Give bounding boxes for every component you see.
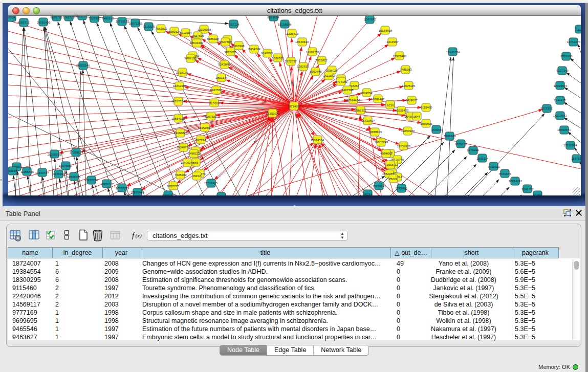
svg-text:867834: 867834 [195, 139, 206, 142]
svg-text:20691406: 20691406 [37, 21, 51, 24]
svg-text:13353594: 13353594 [198, 126, 212, 129]
svg-text:15720407: 15720407 [361, 119, 375, 122]
svg-text:7632621: 7632621 [488, 165, 500, 168]
svg-text:8960124: 8960124 [168, 30, 181, 33]
svg-text:f: f [132, 231, 135, 239]
svg-text:1733426: 1733426 [395, 187, 407, 190]
svg-text:39154: 39154 [9, 169, 17, 172]
svg-text:16782759: 16782759 [116, 187, 129, 190]
svg-text:5322037: 5322037 [285, 60, 297, 63]
svg-text:20364456: 20364456 [346, 99, 360, 102]
svg-text:17359924: 17359924 [70, 151, 83, 154]
svg-text:25221: 25221 [389, 178, 398, 181]
svg-text:8504: 8504 [8, 16, 15, 19]
svg-text:13226058: 13226058 [198, 28, 211, 31]
svg-text:8427552: 8427552 [210, 89, 222, 92]
svg-text:9084067: 9084067 [380, 152, 393, 155]
svg-text:3624554: 3624554 [360, 92, 373, 95]
svg-text:16543392: 16543392 [190, 41, 204, 45]
svg-text:8912954: 8912954 [180, 31, 192, 34]
svg-text:10653267: 10653267 [75, 16, 89, 18]
svg-text:1588520: 1588520 [272, 57, 284, 60]
svg-text:19654923: 19654923 [401, 129, 415, 133]
svg-text:1527602: 1527602 [89, 17, 101, 20]
svg-text:12213383: 12213383 [173, 84, 187, 87]
svg-text:12505135: 12505135 [67, 176, 81, 179]
svg-text:10807487: 10807487 [371, 98, 385, 101]
svg-text:10973493: 10973493 [393, 55, 407, 58]
svg-text:8990448: 8990448 [310, 70, 322, 73]
svg-text:17957225: 17957225 [84, 179, 98, 182]
svg-text:29053346: 29053346 [76, 64, 90, 67]
svg-text:8454749: 8454749 [248, 48, 260, 51]
svg-text:9146821: 9146821 [261, 52, 273, 55]
svg-text:19756928: 19756928 [397, 145, 411, 148]
svg-text:15751074: 15751074 [567, 40, 581, 43]
svg-text:10688609: 10688609 [368, 130, 382, 134]
svg-text:1498221: 1498221 [188, 152, 200, 155]
svg-text:2718176: 2718176 [176, 71, 188, 74]
svg-text:1112: 1112 [576, 28, 581, 31]
svg-text:9896132: 9896132 [184, 57, 197, 60]
svg-text:7357224: 7357224 [227, 23, 239, 26]
svg-text:1063529: 1063529 [62, 16, 75, 19]
svg-text:19218506: 19218506 [278, 23, 292, 26]
svg-text:18724007: 18724007 [288, 105, 301, 108]
svg-text:16107554: 16107554 [171, 100, 185, 103]
svg-text:7955812: 7955812 [315, 59, 328, 62]
svg-text:5938923: 5938923 [444, 135, 456, 138]
svg-text:7986372: 7986372 [354, 109, 366, 112]
svg-text:2935114: 2935114 [477, 157, 489, 160]
svg-text:9115460: 9115460 [421, 106, 433, 109]
svg-text:7515526: 7515526 [143, 25, 155, 28]
svg-text:11156829: 11156829 [20, 170, 34, 173]
svg-text:9544: 9544 [413, 115, 420, 118]
svg-text:6879197: 6879197 [455, 143, 467, 146]
svg-text:16210643: 16210643 [553, 114, 567, 117]
svg-text:7625402: 7625402 [175, 173, 187, 177]
svg-text:16648784: 16648784 [446, 51, 460, 54]
svg-text:4055712: 4055712 [17, 21, 30, 24]
svg-text:10154838: 10154838 [379, 29, 393, 32]
svg-text:9463627: 9463627 [405, 99, 418, 102]
svg-text:1213967: 1213967 [386, 40, 399, 43]
svg-text:9474444: 9474444 [467, 149, 479, 152]
svg-text:9527508: 9527508 [220, 40, 232, 43]
svg-text:6216: 6216 [387, 104, 394, 107]
svg-text:9777169: 9777169 [335, 80, 347, 83]
svg-text:2803144: 2803144 [215, 76, 228, 79]
svg-text:164095: 164095 [431, 128, 442, 132]
svg-text:154: 154 [219, 195, 225, 195]
svg-text:8215955: 8215955 [540, 107, 553, 110]
svg-text:9245652: 9245652 [521, 188, 534, 191]
svg-text:1145194: 1145194 [53, 172, 66, 176]
svg-text:15136141: 15136141 [373, 185, 386, 188]
svg-text:9227349: 9227349 [556, 69, 569, 72]
svg-text:16912: 16912 [192, 174, 201, 178]
svg-text:18640910: 18640910 [295, 40, 309, 43]
svg-text:12923448: 12923448 [130, 191, 144, 194]
svg-text:17016504: 17016504 [563, 144, 577, 147]
svg-text:96214: 96214 [364, 193, 373, 195]
svg-text:15692971: 15692971 [557, 128, 571, 132]
svg-text:10654112: 10654112 [509, 180, 522, 183]
svg-text:92450: 92450 [533, 194, 542, 195]
svg-text:16961758: 16961758 [306, 51, 320, 54]
svg-text:19654925: 19654925 [171, 117, 185, 120]
svg-text:8471676: 8471676 [499, 172, 511, 176]
svg-text:12975115: 12975115 [402, 84, 416, 87]
svg-text:1615: 1615 [386, 163, 394, 166]
svg-text:8267150: 8267150 [205, 115, 217, 118]
svg-text:12342737: 12342737 [35, 171, 49, 174]
svg-text:18807249: 18807249 [375, 141, 388, 144]
svg-text:6497568: 6497568 [341, 89, 354, 92]
svg-text:1244415: 1244415 [554, 99, 566, 102]
svg-text:3675685: 3675685 [224, 51, 236, 54]
svg-text:2367608: 2367608 [232, 45, 245, 48]
svg-text:9245012: 9245012 [162, 194, 175, 195]
svg-text:9242848: 9242848 [218, 63, 230, 66]
svg-text:8813054: 8813054 [267, 16, 279, 19]
svg-text:11409348: 11409348 [181, 161, 194, 164]
svg-text:9635729: 9635729 [50, 16, 62, 19]
svg-text:1362615: 1362615 [297, 65, 309, 68]
